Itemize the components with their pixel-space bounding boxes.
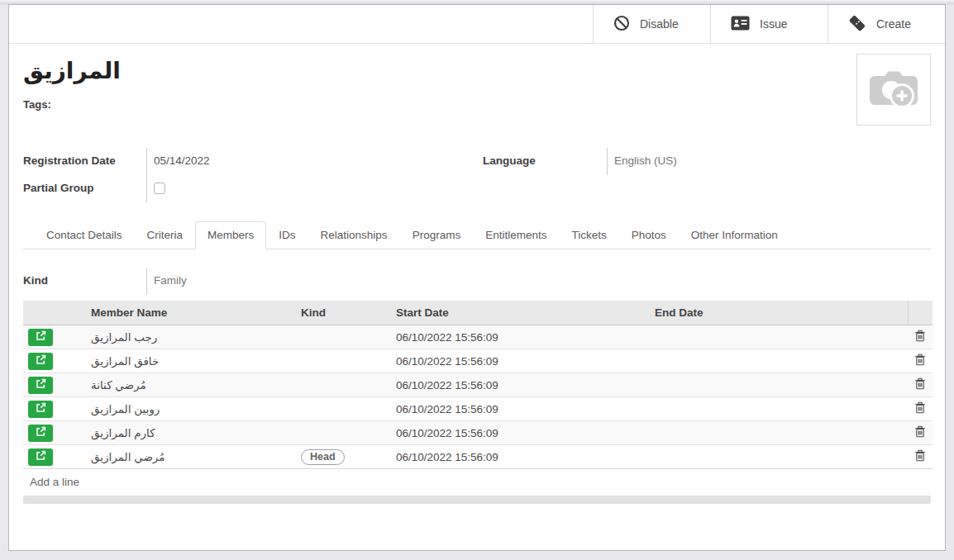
add-line-link[interactable]: Add a line [23,469,931,496]
ticket-icon [848,14,866,35]
field-group: Registration Date 05/14/2022 Language En… [23,148,931,202]
member-end-date-cell[interactable] [650,325,908,349]
partial-group-label: Partial Group [23,175,146,202]
trash-icon [914,449,926,464]
member-start-date-cell[interactable]: 06/10/2022 15:56:09 [391,421,650,445]
member-name-cell[interactable]: كارم المرازيق [86,421,296,445]
form-sheet: Disable Issue [8,4,946,551]
open-column-header [23,301,86,325]
kind-label: Kind [23,268,146,295]
member-start-date-cell[interactable]: 06/10/2022 15:56:09 [391,349,650,373]
create-button-label: Create [876,17,911,31]
member-kind-cell[interactable]: Head [296,445,391,469]
members-table-header: Member Name Kind Start Date End Date [23,301,933,325]
registration-date-label: Registration Date [23,148,146,175]
delete-member-button[interactable] [913,425,928,440]
partial-group-checkbox[interactable] [154,183,165,194]
member-end-date-cell[interactable] [650,373,908,397]
member-name-cell[interactable]: خافق المرازيق [86,349,296,373]
tab-relationships[interactable]: Relationships [308,221,400,249]
member-name-cell[interactable]: رجب المرازيق [86,325,296,349]
photo-placeholder[interactable] [856,54,931,126]
registration-date-value: 05/14/2022 [146,148,483,175]
member-row: مُرضي المرازيق Head 06/10/2022 15:56:09 [23,445,933,469]
trash-icon [914,330,926,344]
tab-criteria[interactable]: Criteria [135,221,196,249]
open-member-button[interactable] [28,448,53,466]
member-kind-cell[interactable] [296,421,391,445]
language-label: Language [483,148,607,175]
tags-label: Tags: [23,98,121,111]
open-member-button[interactable] [28,329,53,346]
create-button[interactable]: Create [828,5,945,43]
tab-members[interactable]: Members [195,221,266,249]
member-end-date-cell[interactable] [650,349,908,373]
tab-ids[interactable]: IDs [266,221,308,249]
member-end-date-cell[interactable] [650,445,908,469]
external-link-icon [36,330,46,344]
member-name-cell[interactable]: مُرضي المرازيق [86,445,296,469]
member-row: رجب المرازيق 06/10/2022 15:56:09 [23,325,933,349]
delete-member-button[interactable] [913,401,928,416]
kind-column-header[interactable]: Kind [296,301,391,325]
disable-button[interactable]: Disable [593,5,710,43]
tab-tickets[interactable]: Tickets [559,221,618,249]
issue-button[interactable]: Issue [710,5,828,43]
trash-icon [914,377,926,392]
member-name-cell[interactable]: روبين المرازيق [86,397,296,421]
tab-photos[interactable]: Photos [619,221,679,249]
external-link-icon [36,354,46,368]
delete-member-button[interactable] [913,377,928,392]
open-member-button[interactable] [28,377,53,394]
external-link-icon [36,426,46,439]
tab-programs[interactable]: Programs [400,221,474,249]
member-kind-cell[interactable] [296,397,391,421]
member-start-date-cell[interactable]: 06/10/2022 15:56:09 [391,445,650,469]
external-link-icon [36,402,46,415]
member-end-date-cell[interactable] [650,421,908,445]
member-start-date-cell[interactable]: 06/10/2022 15:56:09 [391,397,650,421]
delete-member-button[interactable] [913,330,928,344]
kind-value: Family [146,268,931,295]
external-link-icon [36,450,46,463]
end-date-column-header[interactable]: End Date [650,301,908,325]
trash-icon [914,401,926,416]
member-kind-cell[interactable] [296,325,391,349]
member-row: مُرضي كنانة 06/10/2022 15:56:09 [23,373,933,397]
kind-field: Kind Family [23,268,931,295]
open-member-button[interactable] [28,353,53,370]
start-date-column-header[interactable]: Start Date [391,301,650,325]
tab-bar: Contact DetailsCriteriaMembersIDsRelatio… [23,221,931,249]
page-title: المرازيق [23,57,121,85]
member-row: كارم المرازيق 06/10/2022 15:56:09 [23,421,933,445]
tab-contact-details[interactable]: Contact Details [34,221,135,249]
external-link-icon [36,378,46,392]
language-value: English (US) [607,148,931,175]
member-row: خافق المرازيق 06/10/2022 15:56:09 [23,349,933,373]
open-member-button[interactable] [28,425,53,442]
member-name-column-header[interactable]: Member Name [86,301,296,325]
tab-entitlements[interactable]: Entitlements [473,221,559,249]
delete-column-header [908,301,933,325]
trash-icon [914,425,926,440]
disable-button-label: Disable [640,17,679,31]
horizontal-scrollbar[interactable] [23,496,931,504]
member-row: روبين المرازيق 06/10/2022 15:56:09 [23,397,933,421]
members-table: Member Name Kind Start Date End Date [23,301,933,469]
member-start-date-cell[interactable]: 06/10/2022 15:56:09 [391,373,650,397]
toolbar: Disable Issue [9,5,945,44]
id-card-icon [731,16,750,33]
tab-other-information[interactable]: Other Information [679,221,790,249]
member-start-date-cell[interactable]: 06/10/2022 15:56:09 [391,325,650,349]
open-member-button[interactable] [28,401,53,418]
issue-button-label: Issue [760,17,787,31]
delete-member-button[interactable] [913,354,928,368]
camera-plus-icon [868,67,919,113]
member-name-cell[interactable]: مُرضي كنانة [86,373,296,397]
member-kind-cell[interactable] [296,349,391,373]
member-end-date-cell[interactable] [650,397,908,421]
trash-icon [914,354,926,368]
member-kind-cell[interactable] [296,373,391,397]
delete-member-button[interactable] [913,449,928,464]
record-header: المرازيق Tags: [23,44,931,126]
